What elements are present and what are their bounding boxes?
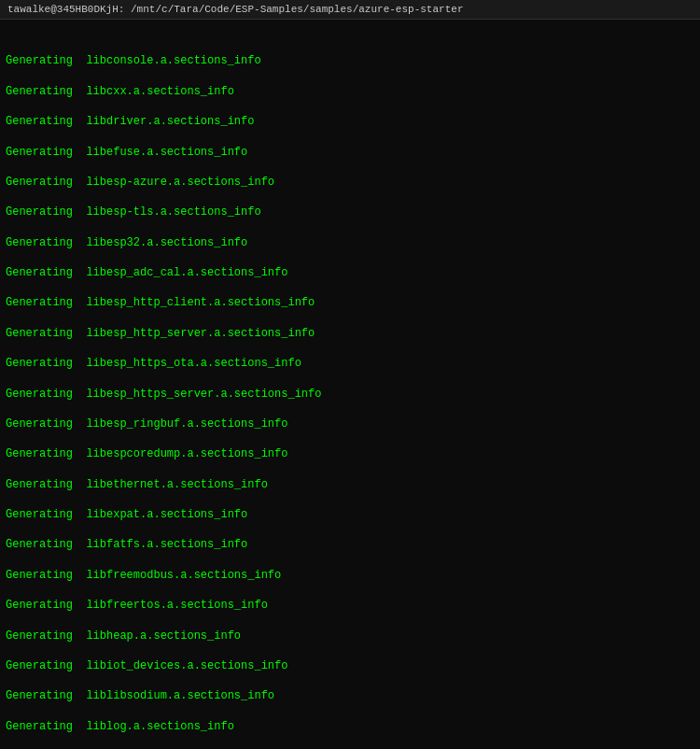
terminal-line: Generating liblibsodium.a.sections_info — [6, 688, 694, 703]
title-bar: tawalke@345HB0DKjH: /mnt/c/Tara/Code/ESP… — [0, 0, 700, 20]
terminal-line: Generating libesp_https_server.a.section… — [6, 387, 694, 402]
terminal-line: Generating libconsole.a.sections_info — [6, 53, 694, 68]
terminal-line: Generating libesp_adc_cal.a.sections_inf… — [6, 265, 694, 280]
title-text: tawalke@345HB0DKjH: /mnt/c/Tara/Code/ESP… — [7, 4, 463, 15]
terminal-line: Generating libfatfs.a.sections_info — [6, 537, 694, 552]
terminal-line: Generating libesp_https_ota.a.sections_i… — [6, 356, 694, 371]
terminal-line: Generating libespcoredump.a.sections_inf… — [6, 446, 694, 461]
terminal-line: Generating liblog.a.sections_info — [6, 719, 694, 734]
terminal-line: Generating libesp-tls.a.sections_info — [6, 205, 694, 219]
terminal-line: Generating libdriver.a.sections_info — [6, 114, 694, 129]
terminal-content[interactable]: Generating libconsole.a.sections_info Ge… — [0, 20, 700, 749]
terminal-line: Generating libheap.a.sections_info — [6, 629, 694, 643]
terminal-line: Generating libethernet.a.sections_info — [6, 477, 694, 492]
terminal-line: Generating libesp-azure.a.sections_info — [6, 175, 694, 190]
terminal-line: Generating libesp32.a.sections_info — [6, 235, 694, 250]
terminal-line: Generating libexpat.a.sections_info — [6, 507, 694, 522]
terminal-line: Generating libefuse.a.sections_info — [6, 145, 694, 160]
terminal-line: Generating libesp_http_client.a.sections… — [6, 295, 694, 310]
terminal-line: Generating libesp_http_server.a.sections… — [6, 326, 694, 341]
terminal-line: Generating libcxx.a.sections_info — [6, 84, 694, 99]
terminal-line: Generating libiot_devices.a.sections_inf… — [6, 658, 694, 673]
terminal-window: tawalke@345HB0DKjH: /mnt/c/Tara/Code/ESP… — [0, 0, 700, 749]
terminal-line: Generating libfreertos.a.sections_info — [6, 598, 694, 613]
terminal-line: Generating libesp_ringbuf.a.sections_inf… — [6, 417, 694, 431]
terminal-line: Generating libfreemodbus.a.sections_info — [6, 568, 694, 583]
